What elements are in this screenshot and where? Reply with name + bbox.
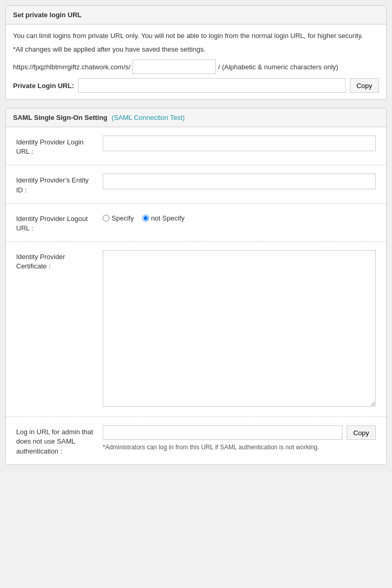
url-suffix: / (Alphabetic & numeric characters only) (218, 63, 338, 71)
idp-login-url-field (103, 136, 376, 151)
private-login-body: You can limit logins from private URL on… (6, 24, 386, 99)
private-login-label: Private Login URL: (13, 82, 74, 90)
idp-login-url-input[interactable] (103, 136, 376, 151)
idp-certificate-textarea[interactable] (103, 250, 376, 407)
info-line2: *All changes will be applied after you h… (13, 44, 379, 55)
admin-login-url-row: Log in URL for admin that does not use S… (6, 417, 386, 464)
idp-certificate-row: Identity Provider Certificate : (6, 242, 386, 417)
private-login-row: Private Login URL: Copy (13, 78, 379, 93)
url-prefix: https://fpqzhlbtmrrgiftz.chatwork.com/s/ (13, 63, 130, 71)
specify-option[interactable]: Specify (103, 214, 134, 222)
idp-login-url-label: Identity Provider Login URL : (16, 136, 94, 156)
private-login-copy-button[interactable]: Copy (350, 78, 379, 93)
not-specify-label: not Specify (151, 214, 185, 222)
saml-header: SAML Single Sign-On Setting (SAML Connec… (6, 108, 386, 127)
saml-body: Identity Provider Login URL : Identity P… (6, 127, 386, 464)
private-login-input[interactable] (78, 78, 346, 93)
saml-connection-test-link[interactable]: (SAML Connection Test) (112, 114, 185, 121)
idp-logout-url-label: Identity Provider Logout URL : (16, 212, 94, 233)
specify-label: Specify (112, 214, 134, 222)
private-login-card: Set private login URL You can limit logi… (5, 5, 387, 100)
admin-note: *Administrators can log in from this URL… (103, 443, 376, 452)
idp-certificate-label: Identity Provider Certificate : (16, 250, 94, 271)
private-login-header: Set private login URL (6, 6, 386, 24)
specify-radio[interactable] (103, 215, 109, 222)
saml-title: SAML Single Sign-On Setting (13, 114, 107, 121)
idp-entity-id-input[interactable] (103, 174, 376, 189)
private-login-title: Set private login URL (13, 11, 81, 19)
not-specify-radio[interactable] (142, 215, 149, 222)
not-specify-option[interactable]: not Specify (142, 214, 185, 222)
logout-url-radio-group: Specify not Specify (103, 212, 376, 222)
idp-login-url-row: Identity Provider Login URL : (6, 127, 386, 165)
idp-entity-id-label: Identity Provider's Entity ID : (16, 174, 94, 194)
idp-logout-url-row: Identity Provider Logout URL : Specify n… (6, 204, 386, 242)
url-slug-input[interactable] (132, 59, 216, 74)
info-line1: You can limit logins from private URL on… (13, 31, 379, 41)
idp-entity-id-field (103, 174, 376, 189)
idp-logout-url-field: Specify not Specify (103, 212, 376, 222)
admin-login-url-field: Copy *Administrators can log in from thi… (103, 425, 376, 452)
url-construction-row: https://fpqzhlbtmrrgiftz.chatwork.com/s/… (13, 59, 379, 74)
idp-entity-id-row: Identity Provider's Entity ID : (6, 165, 386, 203)
idp-certificate-field (103, 250, 376, 408)
saml-card: SAML Single Sign-On Setting (SAML Connec… (5, 108, 387, 465)
admin-login-url-input[interactable] (103, 425, 342, 440)
admin-login-url-label: Log in URL for admin that does not use S… (16, 425, 94, 456)
admin-copy-button[interactable]: Copy (347, 425, 376, 440)
admin-url-row: Copy (103, 425, 376, 440)
